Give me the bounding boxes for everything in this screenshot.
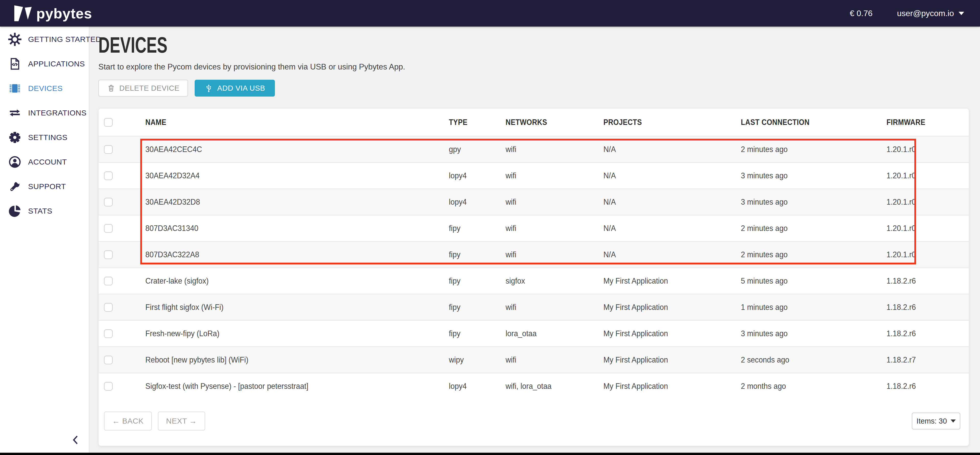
device-networks: wifi (506, 215, 603, 242)
select-all-checkbox[interactable] (104, 118, 113, 127)
device-networks: lora_otaa (506, 320, 603, 347)
table-row[interactable]: Crater-lake (sigfox) fipy sigfox My Firs… (99, 268, 969, 294)
row-checkbox[interactable] (104, 145, 113, 154)
back-button[interactable]: ← BACK (104, 412, 152, 431)
row-checkbox[interactable] (104, 172, 113, 180)
gear-icon (8, 131, 22, 144)
device-name: First flight sigfox (Wi-Fi) (145, 294, 449, 320)
device-type: lopy4 (449, 373, 506, 399)
sidebar-item-devices[interactable]: DEVICES (0, 76, 89, 101)
caret-down-icon (959, 12, 964, 15)
row-checkbox[interactable] (104, 198, 113, 207)
device-last-connection: 2 minutes ago (741, 136, 886, 162)
sidebar-item-label: STATS (28, 207, 52, 215)
device-type: fipy (449, 215, 506, 242)
table-row[interactable]: 30AEA42CEC4C gpy wifi N/A 2 minutes ago … (99, 136, 969, 162)
device-last-connection: 5 minutes ago (741, 268, 886, 294)
device-networks: wifi (506, 189, 603, 215)
toolbar: DELETE DEVICE ADD VIA USB (99, 80, 980, 97)
sidebar-item-applications[interactable]: APPLICATIONS (0, 52, 89, 76)
sidebar-item-label: SETTINGS (28, 133, 67, 142)
device-firmware: 1.18.2.r6 (886, 294, 969, 320)
table-row[interactable]: 807D3AC322A8 fipy wifi N/A 2 minutes ago… (99, 242, 969, 268)
device-firmware: 1.18.2.r7 (886, 347, 969, 373)
table-header-row: NAME TYPE NETWORKS PROJECTS LAST CONNECT… (99, 108, 969, 136)
row-checkbox[interactable] (104, 277, 113, 285)
device-last-connection: 3 minutes ago (741, 320, 886, 347)
chip-icon (8, 82, 22, 95)
sidebar-item-label: DEVICES (28, 84, 63, 93)
device-firmware: 1.20.1.r0 (886, 242, 969, 268)
next-button[interactable]: NEXT → (158, 412, 205, 431)
logo-text: pybytes (36, 5, 92, 22)
code-document-icon (8, 57, 22, 70)
page-title: DEVICES (99, 34, 716, 56)
device-last-connection: 3 minutes ago (741, 162, 886, 189)
device-type: fipy (449, 268, 506, 294)
items-per-page-label: Items: 30 (916, 417, 947, 425)
device-projects: My First Application (603, 373, 741, 399)
row-checkbox[interactable] (104, 303, 113, 312)
pycom-logo-icon (14, 5, 32, 21)
wrench-icon (8, 180, 22, 193)
device-name: Crater-lake (sigfox) (145, 268, 449, 294)
device-last-connection: 2 minutes ago (741, 242, 886, 268)
table-row[interactable]: 30AEA42D32A4 lopy4 wifi N/A 3 minutes ag… (99, 162, 969, 189)
row-checkbox[interactable] (104, 356, 113, 364)
device-projects: My First Application (603, 294, 741, 320)
column-header-networks: NETWORKS (506, 108, 603, 136)
items-per-page-dropdown[interactable]: Items: 30 (912, 413, 960, 430)
device-type: fipy (449, 242, 506, 268)
pybytes-logo[interactable]: pybytes (14, 5, 92, 22)
sidebar-item-settings[interactable]: SETTINGS (0, 125, 89, 150)
topbar: pybytes € 0.76 user@pycom.io (0, 0, 980, 27)
devices-table-card: NAME TYPE NETWORKS PROJECTS LAST CONNECT… (99, 108, 969, 446)
device-projects: N/A (603, 215, 741, 242)
device-name: Sigfox-test (with Pysense) - [pastoor pe… (145, 373, 449, 399)
device-type: lopy4 (449, 162, 506, 189)
table-row[interactable]: 30AEA42D32D8 lopy4 wifi N/A 3 minutes ag… (99, 189, 969, 215)
add-via-usb-label: ADD VIA USB (217, 84, 265, 92)
table-row[interactable]: Fresh-new-fipy (LoRa) fipy lora_otaa My … (99, 320, 969, 347)
device-firmware: 1.18.2.r6 (886, 268, 969, 294)
table-row[interactable]: First flight sigfox (Wi-Fi) fipy wifi My… (99, 294, 969, 320)
sidebar-item-label: GETTING STARTED (28, 35, 101, 44)
table-row[interactable]: Sigfox-test (with Pysense) - [pastoor pe… (99, 373, 969, 399)
column-header-type: TYPE (449, 108, 506, 136)
sidebar-item-account[interactable]: ACCOUNT (0, 150, 89, 174)
sidebar-item-stats[interactable]: STATS (0, 199, 89, 223)
device-projects: My First Application (603, 320, 741, 347)
column-header-last-connection: LAST CONNECTION (741, 108, 886, 136)
column-header-name: NAME (145, 108, 449, 136)
sidebar-item-integrations[interactable]: INTEGRATIONS (0, 101, 89, 125)
device-name: 807D3AC31340 (145, 215, 449, 242)
delete-device-button[interactable]: DELETE DEVICE (99, 80, 188, 97)
device-firmware: 1.20.1.r0 (886, 136, 969, 162)
table-row[interactable]: 807D3AC31340 fipy wifi N/A 2 minutes ago… (99, 215, 969, 242)
user-menu[interactable]: user@pycom.io (897, 9, 964, 18)
device-last-connection: 2 seconds ago (741, 347, 886, 373)
column-header-projects: PROJECTS (603, 108, 741, 136)
usb-icon (204, 84, 213, 92)
user-icon (8, 155, 22, 169)
row-checkbox[interactable] (104, 382, 113, 391)
device-projects: My First Application (603, 268, 741, 294)
sidebar-item-support[interactable]: SUPPORT (0, 174, 89, 199)
sidebar-item-label: INTEGRATIONS (28, 108, 87, 117)
row-checkbox[interactable] (104, 224, 113, 233)
user-email: user@pycom.io (897, 9, 954, 18)
device-projects: N/A (603, 189, 741, 215)
device-type: gpy (449, 136, 506, 162)
device-firmware: 1.20.1.r0 (886, 189, 969, 215)
add-via-usb-button[interactable]: ADD VIA USB (195, 80, 275, 97)
device-networks: wifi (506, 347, 603, 373)
table-row[interactable]: Reboot [new pybytes lib] (WiFi) wipy wif… (99, 347, 969, 373)
row-checkbox[interactable] (104, 250, 113, 259)
sidebar-item-label: APPLICATIONS (28, 59, 85, 68)
device-last-connection: 1 minutes ago (741, 294, 886, 320)
sidebar: GETTING STARTED APPLICATIONS (0, 27, 89, 453)
row-checkbox[interactable] (104, 329, 113, 338)
sidebar-collapse-button[interactable] (71, 435, 80, 446)
sidebar-item-getting-started[interactable]: GETTING STARTED (0, 27, 89, 52)
device-type: lopy4 (449, 189, 506, 215)
